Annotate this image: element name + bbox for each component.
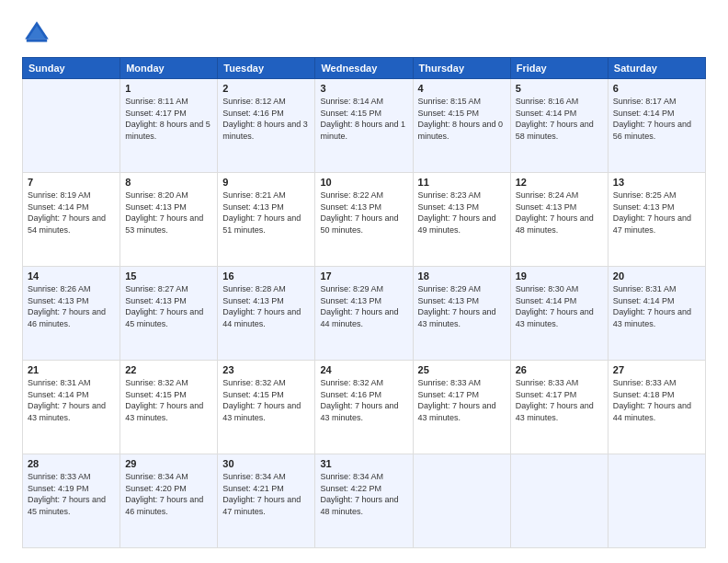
calendar-cell [510,454,608,548]
day-number: 24 [320,364,407,375]
day-number: 22 [125,364,212,375]
day-info: Sunrise: 8:30 AMSunset: 4:14 PMDaylight:… [516,283,603,329]
calendar-cell: 22Sunrise: 8:32 AMSunset: 4:15 PMDayligh… [120,361,218,454]
calendar-cell [23,79,120,173]
day-info: Sunrise: 8:17 AMSunset: 4:14 PMDaylight:… [613,96,700,142]
calendar-cell: 10Sunrise: 8:22 AMSunset: 4:13 PMDayligh… [315,173,413,267]
calendar-cell: 5Sunrise: 8:16 AMSunset: 4:14 PMDaylight… [510,79,608,173]
day-number: 25 [418,364,506,375]
calendar-cell: 14Sunrise: 8:26 AMSunset: 4:13 PMDayligh… [23,267,120,361]
day-info: Sunrise: 8:14 AMSunset: 4:15 PMDaylight:… [320,96,407,142]
calendar-cell: 16Sunrise: 8:28 AMSunset: 4:13 PMDayligh… [218,267,315,361]
calendar-cell: 30Sunrise: 8:34 AMSunset: 4:21 PMDayligh… [218,454,315,548]
day-info: Sunrise: 8:31 AMSunset: 4:14 PMDaylight:… [28,377,115,423]
logo [22,18,55,48]
day-number: 28 [28,458,115,469]
day-number: 11 [418,177,506,188]
day-header-sunday: Sunday [23,58,120,79]
day-info: Sunrise: 8:27 AMSunset: 4:13 PMDaylight:… [125,283,212,329]
day-info: Sunrise: 8:22 AMSunset: 4:13 PMDaylight:… [320,190,407,236]
calendar-cell: 9Sunrise: 8:21 AMSunset: 4:13 PMDaylight… [218,173,315,267]
day-number: 3 [320,83,407,94]
day-header-monday: Monday [120,58,218,79]
calendar-week-row: 21Sunrise: 8:31 AMSunset: 4:14 PMDayligh… [23,361,706,454]
calendar-table: SundayMondayTuesdayWednesdayThursdayFrid… [22,57,706,548]
calendar-cell: 8Sunrise: 8:20 AMSunset: 4:13 PMDaylight… [120,173,218,267]
calendar-week-row: 28Sunrise: 8:33 AMSunset: 4:19 PMDayligh… [23,454,706,548]
day-info: Sunrise: 8:32 AMSunset: 4:15 PMDaylight:… [125,377,212,423]
day-number: 17 [320,270,407,282]
day-info: Sunrise: 8:21 AMSunset: 4:13 PMDaylight:… [222,190,310,236]
calendar-cell: 7Sunrise: 8:19 AMSunset: 4:14 PMDaylight… [23,173,120,267]
calendar-cell: 24Sunrise: 8:32 AMSunset: 4:16 PMDayligh… [315,361,413,454]
day-number: 12 [516,177,603,188]
day-info: Sunrise: 8:33 AMSunset: 4:17 PMDaylight:… [418,377,506,423]
day-number: 4 [418,83,506,94]
calendar-cell: 15Sunrise: 8:27 AMSunset: 4:13 PMDayligh… [120,267,218,361]
day-number: 31 [320,458,407,469]
day-number: 29 [125,458,212,469]
calendar-cell: 4Sunrise: 8:15 AMSunset: 4:15 PMDaylight… [413,79,510,173]
calendar-cell: 13Sunrise: 8:25 AMSunset: 4:13 PMDayligh… [608,173,705,267]
calendar-week-row: 7Sunrise: 8:19 AMSunset: 4:14 PMDaylight… [23,173,706,267]
calendar-cell [413,454,510,548]
day-info: Sunrise: 8:12 AMSunset: 4:16 PMDaylight:… [222,96,310,142]
day-info: Sunrise: 8:20 AMSunset: 4:13 PMDaylight:… [125,190,212,236]
day-info: Sunrise: 8:34 AMSunset: 4:20 PMDaylight:… [125,471,212,517]
calendar-cell: 28Sunrise: 8:33 AMSunset: 4:19 PMDayligh… [23,454,120,548]
day-number: 21 [28,364,115,375]
day-number: 8 [125,177,212,188]
calendar-cell: 19Sunrise: 8:30 AMSunset: 4:14 PMDayligh… [510,267,608,361]
calendar-cell: 27Sunrise: 8:33 AMSunset: 4:18 PMDayligh… [608,361,705,454]
calendar-cell: 31Sunrise: 8:34 AMSunset: 4:22 PMDayligh… [315,454,413,548]
day-info: Sunrise: 8:24 AMSunset: 4:13 PMDaylight:… [516,190,603,236]
day-info: Sunrise: 8:23 AMSunset: 4:13 PMDaylight:… [418,190,506,236]
day-info: Sunrise: 8:28 AMSunset: 4:13 PMDaylight:… [222,283,310,329]
calendar-page: SundayMondayTuesdayWednesdayThursdayFrid… [0,0,728,563]
day-number: 20 [613,270,700,282]
day-info: Sunrise: 8:32 AMSunset: 4:15 PMDaylight:… [222,377,310,423]
calendar-header-row: SundayMondayTuesdayWednesdayThursdayFrid… [23,58,706,79]
day-info: Sunrise: 8:25 AMSunset: 4:13 PMDaylight:… [613,190,700,236]
day-header-friday: Friday [510,58,608,79]
day-info: Sunrise: 8:11 AMSunset: 4:17 PMDaylight:… [125,96,212,142]
calendar-cell: 12Sunrise: 8:24 AMSunset: 4:13 PMDayligh… [510,173,608,267]
calendar-cell: 18Sunrise: 8:29 AMSunset: 4:13 PMDayligh… [413,267,510,361]
day-info: Sunrise: 8:33 AMSunset: 4:19 PMDaylight:… [28,471,115,517]
day-number: 2 [222,83,310,94]
day-number: 1 [125,83,212,94]
day-header-saturday: Saturday [608,58,705,79]
day-info: Sunrise: 8:29 AMSunset: 4:13 PMDaylight:… [418,283,506,329]
day-number: 26 [516,364,603,375]
day-number: 9 [222,177,310,188]
header [22,18,706,48]
day-info: Sunrise: 8:33 AMSunset: 4:17 PMDaylight:… [516,377,603,423]
day-info: Sunrise: 8:34 AMSunset: 4:22 PMDaylight:… [320,471,407,517]
calendar-week-row: 1Sunrise: 8:11 AMSunset: 4:17 PMDaylight… [23,79,706,173]
calendar-week-row: 14Sunrise: 8:26 AMSunset: 4:13 PMDayligh… [23,267,706,361]
logo-icon [22,18,51,48]
calendar-cell: 25Sunrise: 8:33 AMSunset: 4:17 PMDayligh… [413,361,510,454]
day-number: 27 [613,364,700,375]
calendar-cell: 2Sunrise: 8:12 AMSunset: 4:16 PMDaylight… [218,79,315,173]
day-info: Sunrise: 8:31 AMSunset: 4:14 PMDaylight:… [613,283,700,329]
calendar-cell: 29Sunrise: 8:34 AMSunset: 4:20 PMDayligh… [120,454,218,548]
day-number: 30 [222,458,310,469]
calendar-cell: 3Sunrise: 8:14 AMSunset: 4:15 PMDaylight… [315,79,413,173]
day-number: 19 [516,270,603,282]
day-number: 7 [28,177,115,188]
day-number: 18 [418,270,506,282]
day-number: 23 [222,364,310,375]
day-header-tuesday: Tuesday [218,58,315,79]
calendar-cell: 6Sunrise: 8:17 AMSunset: 4:14 PMDaylight… [608,79,705,173]
day-info: Sunrise: 8:26 AMSunset: 4:13 PMDaylight:… [28,283,115,329]
day-info: Sunrise: 8:16 AMSunset: 4:14 PMDaylight:… [516,96,603,142]
day-info: Sunrise: 8:29 AMSunset: 4:13 PMDaylight:… [320,283,407,329]
calendar-cell: 20Sunrise: 8:31 AMSunset: 4:14 PMDayligh… [608,267,705,361]
day-header-wednesday: Wednesday [315,58,413,79]
day-number: 16 [222,270,310,282]
day-number: 15 [125,270,212,282]
calendar-cell [608,454,705,548]
calendar-cell: 1Sunrise: 8:11 AMSunset: 4:17 PMDaylight… [120,79,218,173]
day-number: 5 [516,83,603,94]
